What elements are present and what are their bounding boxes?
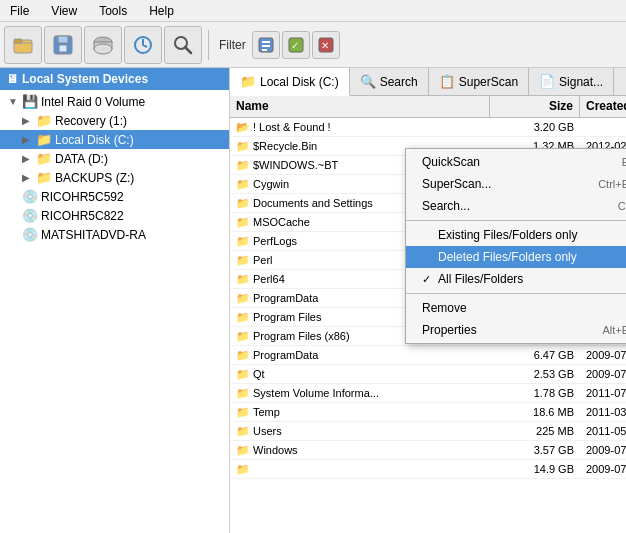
tab-signat-label: Signat...	[559, 75, 603, 89]
ctx-quickscan-shortcut: Enter	[622, 156, 626, 168]
svg-line-10	[185, 47, 191, 53]
ctx-superscan[interactable]: SuperScan... Ctrl+Enter	[406, 173, 626, 195]
menu-tools[interactable]: Tools	[93, 2, 133, 20]
col-name-header[interactable]: Name	[230, 96, 490, 117]
open-button[interactable]	[4, 26, 42, 64]
filter-btn-2[interactable]: ✓	[282, 31, 310, 59]
file-created-cell: 2009-07-13 23:...	[580, 443, 626, 457]
ctx-remove[interactable]: Remove Del	[406, 297, 626, 319]
ctx-deleted-label: Deleted Files/Folders only	[438, 250, 626, 264]
ctx-all[interactable]: ✓ All Files/Folders	[406, 268, 626, 290]
file-created-cell: 2009-07-13 23:...	[580, 367, 626, 381]
file-name-text: Users	[253, 425, 282, 437]
rico1-label: RICOHR5C592	[41, 190, 124, 204]
ctx-deleted[interactable]: Deleted Files/Folders only	[406, 246, 626, 268]
file-icon: 📁	[236, 368, 250, 381]
tab-signat[interactable]: 📄 Signat...	[529, 68, 614, 95]
data-icon: 📁	[36, 151, 52, 166]
tree-item-raid[interactable]: ▼ 💾 Intel Raid 0 Volume	[0, 92, 229, 111]
file-created-cell: 2009-07-13 23:...	[580, 348, 626, 362]
scan-button[interactable]	[124, 26, 162, 64]
file-row[interactable]: 📁Qt2.53 GB2009-07-13 23:...	[230, 365, 626, 384]
ctx-search-shortcut: Ctrl+F	[618, 200, 626, 212]
svg-rect-4	[59, 45, 67, 52]
left-panel-tree: ▼ 💾 Intel Raid 0 Volume ▶ 📁 Recovery (1:…	[0, 90, 229, 533]
column-headers: Name Size Created	[230, 96, 626, 118]
filter-btn-3[interactable]: ✕	[312, 31, 340, 59]
file-icon: 📁	[236, 330, 250, 343]
tab-superscan[interactable]: 📋 SuperScan	[429, 68, 529, 95]
loupe-button[interactable]	[164, 26, 202, 64]
tree-item-rico2[interactable]: 💿 RICOHR5C822	[0, 206, 229, 225]
file-row[interactable]: 📁14.9 GB2009-07-13 23:...	[230, 460, 626, 479]
file-size-cell: 2.53 GB	[490, 367, 580, 381]
file-name-text: ! Lost & Found !	[253, 121, 331, 133]
file-row[interactable]: 📁Users225 MB2011-05-12 19:...	[230, 422, 626, 441]
ctx-properties[interactable]: Properties Alt+Enter	[406, 319, 626, 341]
raid-icon: 💾	[22, 94, 38, 109]
tree-arrow-recovery: ▶	[22, 115, 36, 126]
file-row[interactable]: 📁ProgramData6.47 GB2009-07-13 23:...	[230, 346, 626, 365]
file-name-cell: 📁ProgramData	[230, 348, 490, 363]
recovery-label: Recovery (1:)	[55, 114, 127, 128]
file-name-text: Program Files (x86)	[253, 330, 350, 342]
tab-search[interactable]: 🔍 Search	[350, 68, 429, 95]
menu-file[interactable]: File	[4, 2, 35, 20]
file-row[interactable]: 📁Temp18.6 MB2011-03-20 13:...	[230, 403, 626, 422]
tab-search-label: Search	[380, 75, 418, 89]
main-layout: 🖥 Local System Devices ▼ 💾 Intel Raid 0 …	[0, 68, 626, 533]
file-icon: 📁	[236, 406, 250, 419]
file-name-text: MSOCache	[253, 216, 310, 228]
col-created-header[interactable]: Created	[580, 96, 626, 117]
menu-view[interactable]: View	[45, 2, 83, 20]
file-icon: 📁	[236, 311, 250, 324]
file-name-cell: 📁Windows	[230, 443, 490, 458]
ctx-properties-shortcut: Alt+Enter	[602, 324, 626, 336]
file-icon: 📁	[236, 463, 250, 476]
file-created-cell: 2011-07-22 22:...	[580, 386, 626, 400]
ctx-quickscan-label: QuickScan	[422, 155, 480, 169]
tree-item-rico1[interactable]: 💿 RICOHR5C592	[0, 187, 229, 206]
file-name-text: Qt	[253, 368, 265, 380]
file-name-text: $Recycle.Bin	[253, 140, 317, 152]
tree-item-data[interactable]: ▶ 📁 DATA (D:)	[0, 149, 229, 168]
file-icon: 📁	[236, 349, 250, 362]
drive-button[interactable]	[84, 26, 122, 64]
file-name-cell: 📁	[230, 462, 490, 477]
file-name-text: Perl	[253, 254, 273, 266]
menu-help[interactable]: Help	[143, 2, 180, 20]
ctx-search[interactable]: Search... Ctrl+F	[406, 195, 626, 217]
left-panel: 🖥 Local System Devices ▼ 💾 Intel Raid 0 …	[0, 68, 230, 533]
file-icon: 📁	[236, 235, 250, 248]
file-icon: 📁	[236, 178, 250, 191]
ctx-superscan-shortcut: Ctrl+Enter	[598, 178, 626, 190]
ctx-existing[interactable]: Existing Files/Folders only	[406, 224, 626, 246]
tab-local-disk-icon: 📁	[240, 74, 256, 89]
file-row[interactable]: 📂! Lost & Found !3.20 GB	[230, 118, 626, 137]
file-row[interactable]: 📁System Volume Informa...1.78 GB2011-07-…	[230, 384, 626, 403]
toolbar: Filter ✓ ✕	[0, 22, 626, 68]
ctx-quickscan[interactable]: QuickScan Enter	[406, 151, 626, 173]
file-name-text: Documents and Settings	[253, 197, 373, 209]
tree-item-matshita[interactable]: 💿 MATSHITADVD-RA	[0, 225, 229, 244]
ctx-properties-label: Properties	[422, 323, 477, 337]
cdrom1-icon: 💿	[22, 189, 38, 204]
tree-item-backups[interactable]: ▶ 📁 BACKUPS (Z:)	[0, 168, 229, 187]
ctx-superscan-label: SuperScan...	[422, 177, 491, 191]
svg-rect-1	[14, 39, 22, 43]
tree-item-recovery[interactable]: ▶ 📁 Recovery (1:)	[0, 111, 229, 130]
tab-local-disk[interactable]: 📁 Local Disk (C:)	[230, 68, 350, 96]
save-button[interactable]	[44, 26, 82, 64]
tree-item-local-disk[interactable]: ▶ 📁 Local Disk (C:)	[0, 130, 229, 149]
file-icon: 📁	[236, 216, 250, 229]
matshita-label: MATSHITADVD-RA	[41, 228, 146, 242]
filter-btn-1[interactable]	[252, 31, 280, 59]
svg-rect-12	[262, 41, 270, 43]
col-size-header[interactable]: Size	[490, 96, 580, 117]
file-row[interactable]: 📁Windows3.57 GB2009-07-13 23:...	[230, 441, 626, 460]
svg-rect-3	[58, 36, 68, 43]
menubar: File View Tools Help	[0, 0, 626, 22]
file-name-text: Program Files	[253, 311, 321, 323]
file-icon: 📁	[236, 159, 250, 172]
ctx-separator-1	[406, 220, 626, 221]
